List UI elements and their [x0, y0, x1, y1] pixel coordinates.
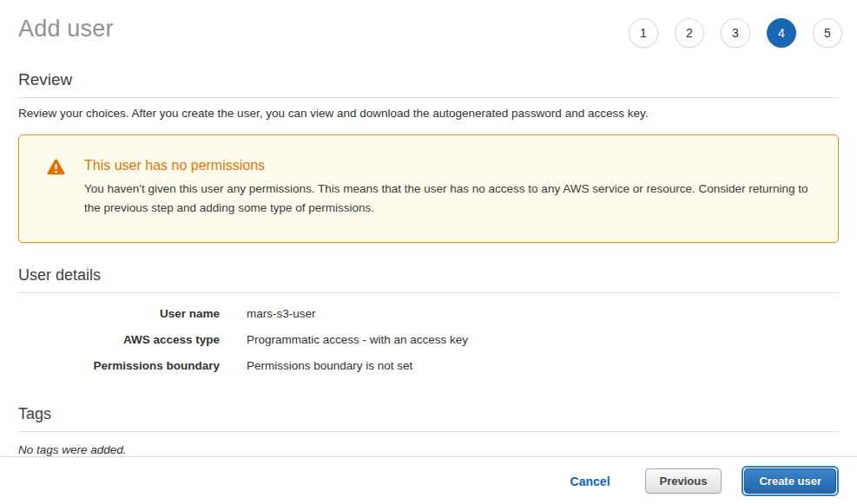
step-2[interactable]: 2 — [675, 18, 704, 48]
detail-row-user-name: User name mars-s3-user — [18, 301, 839, 327]
page-header: Add user 1 2 3 4 5 — [0, 0, 857, 48]
step-3[interactable]: 3 — [721, 18, 750, 48]
user-details-section-heading: User details — [18, 266, 839, 293]
page-title: Add user — [18, 14, 114, 43]
review-description: Review your choices. After you create th… — [18, 107, 839, 120]
wizard-step-indicator: 1 2 3 4 5 — [629, 14, 842, 48]
detail-label: Permissions boundary — [18, 359, 220, 372]
cancel-link[interactable]: Cancel — [570, 475, 610, 488]
step-1[interactable]: 1 — [629, 18, 658, 48]
warning-triangle-icon — [47, 159, 65, 179]
warning-content: This user has no permissions You haven't… — [84, 158, 824, 219]
previous-button[interactable]: Previous — [645, 468, 722, 494]
no-permissions-warning-box: This user has no permissions You haven't… — [18, 134, 839, 243]
step-5[interactable]: 5 — [813, 18, 842, 48]
step-4-active[interactable]: 4 — [767, 18, 796, 48]
tags-section-heading: Tags — [18, 405, 839, 432]
user-details-rows: User name mars-s3-user AWS access type P… — [18, 301, 839, 379]
review-section-heading: Review — [18, 70, 839, 98]
detail-value: Programmatic access - with an access key — [247, 333, 468, 346]
tags-empty-message: No tags were added. — [18, 443, 839, 456]
detail-label: AWS access type — [18, 333, 220, 346]
detail-value: mars-s3-user — [247, 307, 316, 320]
detail-label: User name — [18, 307, 220, 320]
add-user-wizard-page: Add user 1 2 3 4 5 Review Review your ch… — [0, 0, 857, 504]
main-content: Review Review your choices. After you cr… — [0, 48, 857, 456]
create-user-button-focus-ring: Create user — [742, 466, 839, 496]
detail-row-permissions-boundary: Permissions boundary Permissions boundar… — [18, 353, 839, 379]
create-user-button[interactable]: Create user — [744, 468, 836, 494]
detail-row-access-type: AWS access type Programmatic access - wi… — [18, 327, 839, 353]
warning-body: You haven't given this user any permissi… — [84, 180, 824, 219]
warning-title: This user has no permissions — [84, 158, 824, 173]
wizard-footer: Cancel Previous Create user — [0, 456, 857, 504]
detail-value: Permissions boundary is not set — [247, 359, 412, 372]
